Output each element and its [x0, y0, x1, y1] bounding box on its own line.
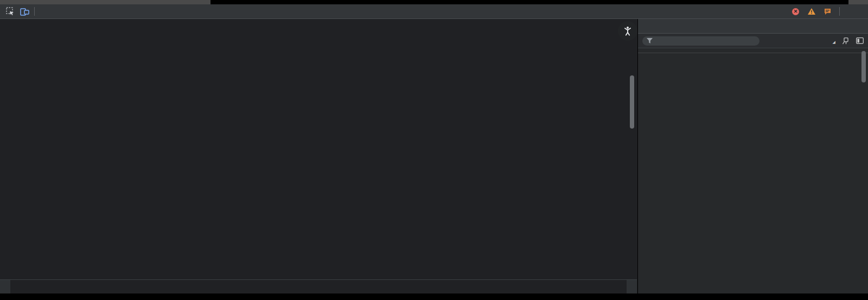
element-style-rule[interactable] [638, 48, 868, 53]
toolbar-separator [34, 7, 35, 16]
sidebar-tabs [638, 19, 868, 34]
elements-scrollbar[interactable] [628, 19, 636, 279]
page-behind-strip [0, 0, 868, 4]
issues-badge[interactable] [824, 8, 833, 15]
breadcrumb [0, 279, 637, 293]
filter-funnel-icon [647, 38, 653, 43]
styles-scrollbar[interactable] [859, 42, 868, 293]
page-behind-strip-dark [210, 0, 848, 4]
device-toolbar-icon[interactable] [18, 5, 30, 17]
rendering-emulation-icon[interactable] [842, 37, 850, 44]
scrollbar-thumb[interactable] [861, 51, 866, 82]
console-errors-badge[interactable]: ✕ [792, 8, 801, 15]
inspect-element-icon[interactable] [4, 5, 16, 17]
devtools-main-toolbar: ✕ [0, 4, 868, 19]
breadcrumb-scroll-left-icon[interactable] [0, 280, 10, 293]
styles-filter-input[interactable] [642, 36, 760, 46]
devtools-window: ✕ [0, 0, 868, 300]
issues-icon [824, 8, 831, 15]
elements-tree-panel [0, 19, 637, 279]
warning-icon [808, 8, 815, 15]
console-warnings-badge[interactable] [808, 8, 818, 15]
toolbar-separator [839, 7, 840, 16]
styles-sidebar: ◢ [637, 19, 868, 293]
scrollbar-thumb[interactable] [630, 75, 634, 129]
styles-toolbar: ◢ [638, 34, 868, 48]
style-rules-list [638, 48, 868, 53]
new-style-rule-button[interactable]: ◢ [832, 36, 835, 45]
error-icon: ✕ [792, 8, 799, 15]
breadcrumb-scroll-right-icon[interactable] [627, 280, 637, 293]
bottom-edge-strip [0, 293, 868, 300]
